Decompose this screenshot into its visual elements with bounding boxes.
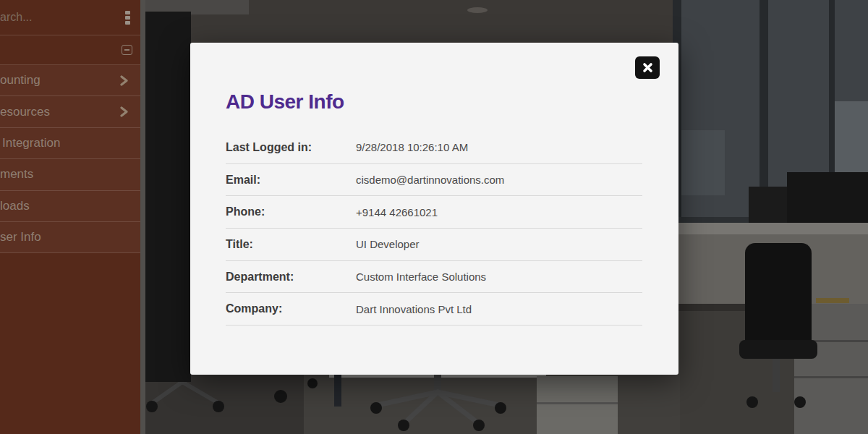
sidebar-item-integration[interactable]: Integration xyxy=(0,128,140,159)
info-row-last-logged-in: Last Logged in: 9/28/2018 10:26:10 AM xyxy=(226,132,642,164)
info-row-phone: Phone: +9144 42661021 xyxy=(226,196,642,229)
chevron-right-icon xyxy=(120,75,128,86)
row-value: Custom Interface Solutions xyxy=(356,271,486,283)
row-label: Email: xyxy=(226,174,356,187)
row-value: Dart Innovations Pvt Ltd xyxy=(356,303,472,315)
row-label: Phone: xyxy=(226,205,356,218)
sidebar-item-label: loads xyxy=(0,199,30,213)
kebab-menu-icon[interactable] xyxy=(125,11,131,25)
row-label: Department: xyxy=(226,271,356,284)
sidebar-item-resources[interactable]: esources xyxy=(0,96,140,127)
close-button[interactable] xyxy=(635,56,660,79)
sidebar-search[interactable]: arch... xyxy=(0,0,140,35)
collapse-minus-icon[interactable] xyxy=(122,45,132,55)
info-row-company: Company: Dart Innovations Pvt Ltd xyxy=(226,293,642,326)
user-info-table: Last Logged in: 9/28/2018 10:26:10 AM Em… xyxy=(226,132,642,326)
sidebar-item-user-info[interactable]: ser Info xyxy=(0,222,140,253)
modal-title: AD User Info xyxy=(226,90,344,114)
sidebar-item-downloads[interactable]: loads xyxy=(0,191,140,222)
search-input[interactable]: arch... xyxy=(0,11,32,24)
sidebar-item-accounting[interactable]: ounting xyxy=(0,65,140,96)
sidebar-item-label: ounting xyxy=(0,73,41,88)
row-label: Company: xyxy=(226,302,356,315)
sidebar-collapse-row[interactable] xyxy=(0,35,140,65)
close-icon xyxy=(642,62,653,73)
row-label: Last Logged in: xyxy=(226,141,356,154)
ad-user-info-modal: AD User Info Last Logged in: 9/28/2018 1… xyxy=(190,43,678,375)
info-row-title: Title: UI Developer xyxy=(226,229,642,261)
sidebar-item-label: esources xyxy=(0,105,50,119)
row-value: +9144 42661021 xyxy=(356,206,438,218)
info-row-department: Department: Custom Interface Solutions xyxy=(226,261,642,294)
sidebar-item-label: ser Info xyxy=(0,230,41,244)
sidebar-item-documents[interactable]: ments xyxy=(0,159,140,190)
row-value: UI Developer xyxy=(356,238,420,250)
chevron-right-icon xyxy=(120,106,128,117)
sidebar-item-label: Integration xyxy=(0,136,60,150)
sidebar-item-label: ments xyxy=(0,167,33,182)
sidebar: arch... ounting esources Integration men… xyxy=(0,0,140,434)
info-row-email: Email: cisdemo@dartinnovations.com xyxy=(226,164,642,197)
row-label: Title: xyxy=(226,238,356,251)
row-value: 9/28/2018 10:26:10 AM xyxy=(356,141,468,153)
row-value: cisdemo@dartinnovations.com xyxy=(356,174,504,186)
